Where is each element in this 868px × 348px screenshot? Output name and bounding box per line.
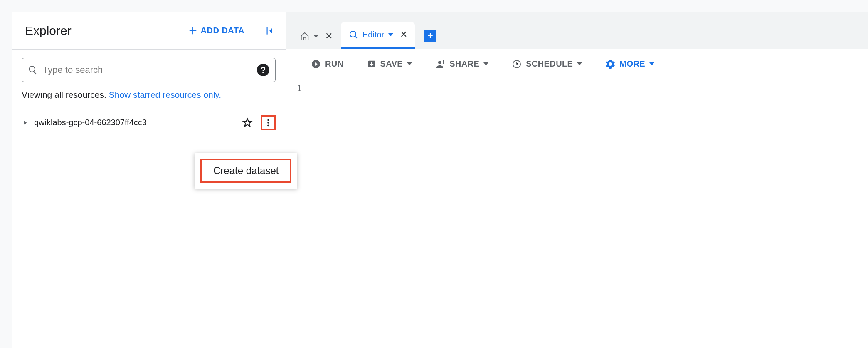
more-button[interactable]: MORE bbox=[605, 59, 654, 69]
close-icon[interactable]: ✕ bbox=[325, 31, 333, 42]
more-vert-icon bbox=[264, 118, 273, 127]
help-icon[interactable]: ? bbox=[257, 64, 269, 76]
plus-icon bbox=[188, 26, 197, 35]
collapse-icon bbox=[264, 25, 275, 36]
explorer-title: Explorer bbox=[25, 24, 183, 38]
project-name-label: qwiklabs-gcp-04-662307ff4cc3 bbox=[34, 118, 234, 127]
line-gutter: 1 bbox=[286, 79, 307, 348]
chevron-down-icon bbox=[649, 62, 654, 65]
editor-toolbar: RUN SAVE SHARE SCHEDULE MORE bbox=[286, 49, 868, 79]
code-area[interactable] bbox=[307, 79, 868, 348]
show-starred-link[interactable]: Show starred resources only. bbox=[109, 90, 221, 99]
create-dataset-menu-item[interactable]: Create dataset bbox=[200, 159, 291, 183]
svg-point-3 bbox=[350, 31, 356, 37]
divider bbox=[254, 20, 254, 41]
viewing-resources-text: Viewing all resources. Show starred reso… bbox=[22, 88, 276, 102]
chevron-down-icon bbox=[483, 62, 488, 65]
tab-bar: ✕ Editor ✕ + bbox=[286, 12, 868, 49]
star-button[interactable] bbox=[240, 115, 255, 130]
plus-icon: + bbox=[428, 30, 433, 41]
close-icon[interactable]: ✕ bbox=[400, 29, 407, 40]
chevron-down-icon bbox=[388, 33, 393, 36]
collapse-panel-button[interactable] bbox=[258, 22, 281, 40]
home-icon bbox=[300, 32, 309, 41]
explorer-header: Explorer ADD DATA bbox=[12, 12, 286, 50]
editor-tab[interactable]: Editor ✕ bbox=[341, 22, 415, 49]
resource-tree: qwiklabs-gcp-04-662307ff4cc3 bbox=[22, 114, 276, 132]
save-button[interactable]: SAVE bbox=[367, 59, 412, 69]
editor-tab-label: Editor bbox=[362, 30, 384, 40]
clock-icon bbox=[512, 59, 522, 69]
search-box[interactable]: ? bbox=[22, 58, 276, 82]
line-number: 1 bbox=[286, 83, 302, 93]
chevron-down-icon bbox=[313, 35, 318, 38]
add-data-button[interactable]: ADD DATA bbox=[183, 22, 249, 39]
more-label: MORE bbox=[619, 59, 645, 69]
share-icon bbox=[435, 59, 445, 69]
project-row[interactable]: qwiklabs-gcp-04-662307ff4cc3 bbox=[22, 114, 276, 132]
svg-point-0 bbox=[267, 119, 269, 121]
save-label: SAVE bbox=[380, 59, 403, 69]
svg-point-1 bbox=[267, 122, 269, 124]
gear-icon bbox=[605, 59, 615, 69]
share-label: SHARE bbox=[449, 59, 479, 69]
expand-icon[interactable] bbox=[22, 119, 28, 126]
explorer-panel: Explorer ADD DATA ? bbox=[12, 12, 286, 348]
query-icon bbox=[348, 30, 358, 40]
home-tab[interactable]: ✕ bbox=[293, 24, 340, 49]
add-data-label: ADD DATA bbox=[201, 26, 244, 35]
share-button[interactable]: SHARE bbox=[435, 59, 488, 69]
explorer-body: ? Viewing all resources. Show starred re… bbox=[12, 50, 286, 140]
save-icon bbox=[367, 60, 376, 69]
context-menu: Create dataset bbox=[195, 153, 297, 189]
svg-point-2 bbox=[267, 124, 269, 126]
code-editor[interactable]: 1 bbox=[286, 79, 868, 348]
chevron-down-icon bbox=[577, 62, 582, 65]
search-input[interactable] bbox=[43, 65, 252, 75]
schedule-button[interactable]: SCHEDULE bbox=[512, 59, 582, 69]
new-tab-button[interactable]: + bbox=[424, 30, 436, 42]
run-label: RUN bbox=[325, 59, 344, 69]
editor-panel: ✕ Editor ✕ + RUN SAVE bbox=[286, 12, 868, 348]
play-icon bbox=[311, 59, 321, 69]
schedule-label: SCHEDULE bbox=[526, 59, 573, 69]
viewing-prefix: Viewing all resources. bbox=[22, 90, 109, 99]
run-button[interactable]: RUN bbox=[311, 59, 344, 69]
more-actions-button[interactable] bbox=[261, 115, 276, 130]
chevron-down-icon bbox=[407, 62, 412, 65]
search-icon bbox=[28, 65, 38, 75]
